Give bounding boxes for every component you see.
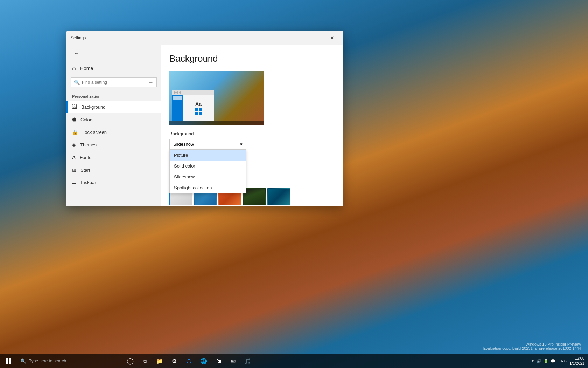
themes-icon: ◈ <box>72 142 76 148</box>
dropdown-selected-value: Slideshow <box>173 142 194 147</box>
cortana-button[interactable]: ◯ <box>123 354 137 368</box>
network-icon[interactable]: ⬆ <box>531 359 534 363</box>
preview-ui-body: Aa <box>172 95 214 121</box>
notification-icon[interactable]: 💬 <box>551 359 555 363</box>
media-icon: 🎵 <box>244 358 251 364</box>
window-title: Settings <box>69 35 292 40</box>
sidebar-themes-label: Themes <box>80 142 97 148</box>
mail-icon: ✉ <box>231 358 236 364</box>
settings-taskbar-icon: ⚙ <box>172 358 177 364</box>
task-view-button[interactable]: ⧉ <box>138 354 152 368</box>
media-button[interactable]: 🎵 <box>241 354 255 368</box>
sidebar-item-colors[interactable]: ⬟ Colors <box>66 113 161 126</box>
background-icon: 🖼 <box>72 104 77 110</box>
system-tray: ⬆ 🔊 🔋 💬 ENG 12:00 1/1/2021 <box>531 356 588 367</box>
file-explorer-button[interactable]: 📁 <box>153 354 167 368</box>
window-titlebar: Settings — □ ✕ <box>66 31 343 45</box>
dropdown-menu: Picture Solid color Slideshow Spotlight … <box>169 149 246 193</box>
sidebar-colors-label: Colors <box>80 117 94 122</box>
search-icon: 🔍 <box>74 80 80 85</box>
store-icon: 🛍 <box>216 358 221 364</box>
dropdown-option-slideshow[interactable]: Slideshow <box>170 171 246 182</box>
personalization-label: Personalization <box>66 90 161 101</box>
page-title: Background <box>169 53 335 64</box>
windows-watermark: Windows 10 Pro Insider Preview Evaluatio… <box>483 342 581 350</box>
sidebar-item-themes[interactable]: ◈ Themes <box>66 138 161 151</box>
windows-logo-icon <box>6 358 11 364</box>
background-type-dropdown: Slideshow ▾ Picture Solid color Slidesho… <box>169 139 246 149</box>
sidebar-background-label: Background <box>81 104 105 110</box>
system-clock[interactable]: 12:00 1/1/2021 <box>569 356 584 367</box>
fonts-icon: A <box>72 155 76 160</box>
preview-ui-header <box>172 90 214 95</box>
window-controls: — □ ✕ <box>292 32 340 43</box>
dropdown-button[interactable]: Slideshow ▾ <box>169 139 246 149</box>
sidebar: ← ⌂ Home 🔍 → Personalization 🖼 Backgroun… <box>66 45 161 206</box>
language-indicator[interactable]: ENG <box>558 359 567 363</box>
back-button[interactable]: ← <box>69 46 83 60</box>
task-view-icon: ⧉ <box>143 358 147 364</box>
sidebar-start-label: Start <box>80 168 90 173</box>
sidebar-item-taskbar[interactable]: ▬ Taskbar <box>66 176 161 189</box>
taskbar-search-label: Type here to search <box>29 359 66 363</box>
tray-icons: ⬆ 🔊 🔋 💬 <box>531 359 555 363</box>
sidebar-item-home[interactable]: ⌂ Home <box>66 62 161 75</box>
store-button[interactable]: 🛍 <box>211 354 225 368</box>
clock-date: 1/1/2021 <box>569 361 584 366</box>
thumbnail-5[interactable] <box>267 188 290 205</box>
start-button[interactable] <box>0 354 17 368</box>
colors-icon: ⬟ <box>72 117 76 122</box>
main-content: Background <box>161 45 343 206</box>
sidebar-item-fonts[interactable]: A Fonts <box>66 151 161 164</box>
preview-ui-sidebar <box>172 95 183 121</box>
home-label: Home <box>80 66 93 71</box>
search-submit-icon[interactable]: → <box>148 79 154 86</box>
settings-taskbar-button[interactable]: ⚙ <box>167 354 181 368</box>
browser-icon: 🌐 <box>200 358 207 364</box>
volume-icon[interactable]: 🔊 <box>537 359 541 363</box>
taskbar-app-icons: ◯ ⧉ 📁 ⚙ ⬡ 🌐 🛍 ✉ 🎵 <box>123 354 255 368</box>
start-icon: ⊞ <box>72 167 76 173</box>
search-box: 🔍 → <box>71 77 157 87</box>
cortana-icon: ◯ <box>127 357 134 365</box>
home-icon: ⌂ <box>72 64 76 72</box>
file-explorer-icon: 📁 <box>156 358 163 364</box>
background-section-label: Background <box>169 131 335 136</box>
preview-ui-main: Aa <box>183 95 214 121</box>
chevron-down-icon: ▾ <box>240 142 243 147</box>
sidebar-lock-label: Lock screen <box>82 130 107 135</box>
close-button[interactable]: ✕ <box>324 32 340 43</box>
search-input[interactable] <box>82 80 146 85</box>
taskbar-search-icon: 🔍 <box>20 358 26 364</box>
dropdown-option-picture[interactable]: Picture <box>170 150 246 161</box>
clock-time: 12:00 <box>569 356 584 361</box>
lock-icon: 🔒 <box>72 129 78 135</box>
sidebar-fonts-label: Fonts <box>80 155 91 160</box>
edge-icon: ⬡ <box>187 358 191 364</box>
taskbar-search[interactable]: 🔍 Type here to search <box>17 354 122 368</box>
sidebar-item-lock-screen[interactable]: 🔒 Lock screen <box>66 126 161 138</box>
back-icon: ← <box>74 50 79 56</box>
dropdown-option-solid-color[interactable]: Solid color <box>170 161 246 171</box>
maximize-button[interactable]: □ <box>308 32 324 43</box>
settings-window: Settings — □ ✕ ← ⌂ Home 🔍 → Personalizat… <box>66 31 343 206</box>
sidebar-taskbar-label: Taskbar <box>80 180 96 185</box>
battery-icon[interactable]: 🔋 <box>544 359 548 363</box>
dropdown-option-spotlight[interactable]: Spotlight collection <box>170 182 246 193</box>
minimize-button[interactable]: — <box>292 32 308 43</box>
window-body: ← ⌂ Home 🔍 → Personalization 🖼 Backgroun… <box>66 45 343 206</box>
edge-button[interactable]: ⬡ <box>182 354 196 368</box>
sidebar-item-start[interactable]: ⊞ Start <box>66 164 161 176</box>
browser-button[interactable]: 🌐 <box>197 354 211 368</box>
preview-ui-window: Aa <box>172 90 214 121</box>
mail-button[interactable]: ✉ <box>226 354 240 368</box>
taskbar: 🔍 Type here to search ◯ ⧉ 📁 ⚙ ⬡ 🌐 🛍 ✉ 🎵 <box>0 354 588 368</box>
taskbar-nav-icon: ▬ <box>72 180 76 185</box>
preview-taskbar <box>169 121 264 125</box>
background-preview: Aa <box>169 71 264 125</box>
sidebar-item-background[interactable]: 🖼 Background <box>66 101 161 113</box>
